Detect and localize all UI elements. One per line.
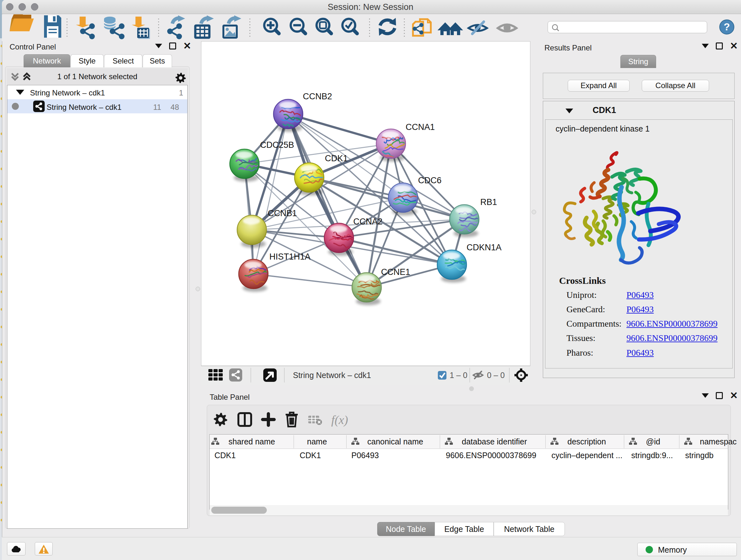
svg-text:RB1: RB1 [480, 197, 497, 207]
svg-text:String Network – cdk1: String Network – cdk1 [293, 371, 371, 380]
svg-text:CDC25B: CDC25B [260, 140, 294, 150]
svg-text:CCNE1: CCNE1 [381, 267, 410, 277]
svg-text:CDK1: CDK1 [325, 153, 348, 163]
svg-text:CCNB2: CCNB2 [303, 91, 332, 101]
svg-text:1 – 0: 1 – 0 [450, 371, 468, 380]
svg-text:CCNA2: CCNA2 [353, 217, 383, 226]
svg-text:CDKN1A: CDKN1A [467, 243, 502, 252]
svg-text:CCNA1: CCNA1 [406, 122, 435, 132]
svg-text:HIST1H1A: HIST1H1A [269, 252, 311, 261]
svg-text:CCNB1: CCNB1 [268, 208, 297, 218]
svg-text:CDC6: CDC6 [418, 176, 442, 185]
svg-text:0 – 0: 0 – 0 [487, 371, 505, 380]
svg-text:f(x): f(x) [331, 413, 348, 427]
